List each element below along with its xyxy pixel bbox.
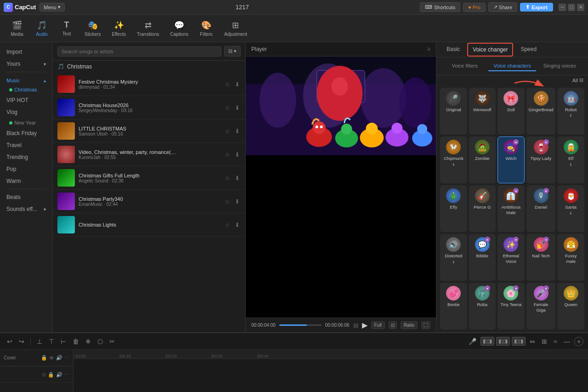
favorite-button[interactable]: ☆ bbox=[224, 197, 231, 206]
list-item[interactable]: Christmas Party340 EmanMusic · 02:44 ☆ ⬇ bbox=[53, 190, 245, 213]
screen-fit-button[interactable]: ⊡ bbox=[389, 321, 397, 329]
voice-card-tiny_teena[interactable]: 🌸Tiny Teena bbox=[498, 283, 525, 330]
download-button[interactable]: ⬇ bbox=[234, 174, 241, 182]
voice-card-elfy[interactable]: 🎄Elfy bbox=[440, 185, 467, 232]
freeze-button[interactable]: ❄ bbox=[83, 336, 93, 347]
sidebar-item-travel[interactable]: Travel bbox=[0, 139, 52, 151]
toolbar-audio[interactable]: 🎵 Audio bbox=[30, 18, 53, 39]
toolbar-transitions[interactable]: ⇄ Transitions bbox=[132, 18, 164, 39]
sidebar-item-sounds-eff[interactable]: Sounds eff... ▾ bbox=[0, 203, 52, 215]
sidebar-item-vip-hot[interactable]: VIP HOT bbox=[0, 94, 52, 106]
toolbar-filters[interactable]: 🎨 Filters bbox=[195, 18, 218, 39]
clip-ctrl-2[interactable]: ◧◨ bbox=[496, 337, 510, 346]
toolbar-adjustment[interactable]: ⊞ Adjustment bbox=[220, 18, 252, 39]
undo-button[interactable]: ↩ bbox=[5, 336, 15, 347]
audio-track-lock[interactable]: 🔒 bbox=[48, 372, 54, 378]
tab-voice-changer[interactable]: Voice changer bbox=[467, 43, 513, 57]
download-button[interactable]: ⬇ bbox=[234, 221, 241, 229]
favorite-button[interactable]: ☆ bbox=[224, 221, 231, 229]
voice-card-bibble[interactable]: 💬Bibble bbox=[469, 234, 496, 281]
voice-card-doll[interactable]: 🎀Doll bbox=[498, 88, 525, 135]
align-button[interactable]: ⇔ bbox=[527, 336, 537, 347]
list-item[interactable]: Video, Christmas, winter, party, romance… bbox=[53, 143, 245, 166]
progress-bar[interactable] bbox=[279, 324, 322, 326]
voice-card-tipsy_lady[interactable]: 🍷Tipsy Lady bbox=[526, 136, 556, 183]
voice-card-fussy_male[interactable]: 😤Fussy male bbox=[557, 234, 584, 281]
favorite-button[interactable]: ☆ bbox=[224, 174, 231, 182]
voice-card-werewolf[interactable]: 🐺Werewolf bbox=[469, 88, 496, 135]
voice-card-roba[interactable]: 🎵Roba bbox=[469, 283, 496, 330]
list-item[interactable]: Festive Christmas Mystery dimmysad · 01:… bbox=[53, 73, 245, 96]
list-item[interactable]: Christmas House2026 SergeyWednesday · 03… bbox=[53, 96, 245, 119]
list-item[interactable]: Christmas Gifts Full Length Angelic Soun… bbox=[53, 166, 245, 190]
toolbar-stickers[interactable]: 🎭 Stickers bbox=[80, 18, 106, 39]
clip-ctrl-3[interactable]: ◧◨ bbox=[512, 337, 526, 346]
download-button[interactable]: ⬇ bbox=[234, 103, 241, 112]
shortcuts-button[interactable]: ⌨ Shortcuts bbox=[420, 2, 460, 12]
voice-card-gingerbread[interactable]: 🍪GingerBread bbox=[526, 88, 556, 135]
voice-card-nail_tech[interactable]: 💅Nail Tech bbox=[526, 234, 556, 281]
sidebar-item-yours[interactable]: Yours ▾ bbox=[0, 58, 52, 70]
filter-button[interactable]: ⊟ ▾ bbox=[224, 46, 241, 57]
mic-button[interactable]: 🎤 bbox=[466, 336, 479, 347]
track-more-button[interactable]: ⋯ bbox=[64, 355, 69, 361]
sidebar-item-beats[interactable]: Beats bbox=[0, 191, 52, 203]
crop-button[interactable]: ⬡ bbox=[95, 336, 105, 347]
close-button[interactable]: ✕ bbox=[577, 4, 584, 11]
track-eye-button[interactable]: 👁 bbox=[49, 355, 54, 361]
voice-card-original[interactable]: 🎤Original bbox=[440, 88, 467, 135]
tab-voice-characters[interactable]: Voice characters bbox=[488, 61, 536, 71]
menu-button[interactable]: Menu ▾ bbox=[40, 3, 65, 11]
full-button[interactable]: Full bbox=[371, 321, 385, 329]
favorite-button[interactable]: ☆ bbox=[224, 150, 231, 159]
voice-card-ambitious_male[interactable]: 👔Ambitious Male bbox=[498, 185, 525, 232]
toolbar-media[interactable]: 🎬 Media bbox=[6, 18, 28, 39]
snapshot-button[interactable]: ✂ bbox=[107, 336, 117, 347]
tab-basic[interactable]: Basic bbox=[441, 42, 465, 57]
search-input[interactable] bbox=[57, 46, 221, 57]
sidebar-item-pop[interactable]: Pop bbox=[0, 163, 52, 175]
voice-card-pierce_g[interactable]: 🎸Pierce G bbox=[469, 185, 496, 232]
voice-card-ethereal_voice[interactable]: ✨Ethereal Voice bbox=[498, 234, 525, 281]
share-button[interactable]: ↗ Share bbox=[488, 2, 517, 12]
sidebar-sub-new-year[interactable]: New Year bbox=[0, 118, 52, 127]
voice-card-female[interactable]: 🎤Female Giga bbox=[526, 283, 556, 330]
voice-card-distorted[interactable]: 🔊Distorted⬇ bbox=[440, 234, 467, 281]
sidebar-item-black-friday[interactable]: Black Friday bbox=[0, 127, 52, 139]
voice-card-robot[interactable]: 🤖Robot⬇ bbox=[557, 88, 584, 135]
track-lock-button[interactable]: 🔒 bbox=[41, 355, 47, 361]
minimize-button[interactable]: ─ bbox=[559, 4, 566, 11]
sidebar-item-import[interactable]: Import bbox=[0, 46, 52, 58]
track-audio-button[interactable]: 🔊 bbox=[56, 355, 62, 361]
download-button[interactable]: ⬇ bbox=[234, 150, 241, 159]
favorite-button[interactable]: ☆ bbox=[224, 103, 231, 112]
ratio-button[interactable]: Ratio bbox=[401, 321, 418, 329]
export-button[interactable]: ⬆ Export bbox=[520, 3, 553, 11]
toolbar-captions[interactable]: 💬 Captions bbox=[166, 18, 193, 39]
fullscreen-button[interactable]: ⛶ bbox=[421, 321, 430, 329]
voice-card-queen[interactable]: 👑Queen bbox=[557, 283, 584, 330]
voice-card-chipmunk[interactable]: 🐿Chipmunk⬇ bbox=[440, 136, 467, 183]
all-filter-button[interactable]: All ⊟ bbox=[572, 77, 583, 83]
tab-speed[interactable]: Speed bbox=[515, 42, 542, 57]
add-track-button[interactable]: + bbox=[574, 337, 583, 346]
toolbar-text[interactable]: T Text bbox=[55, 18, 78, 38]
volume-button[interactable]: — bbox=[561, 336, 572, 347]
voice-card-witch[interactable]: 🧙Witch bbox=[498, 136, 525, 183]
download-button[interactable]: ⬇ bbox=[234, 80, 241, 89]
voice-card-zombie[interactable]: 🧟Zombie bbox=[469, 136, 496, 183]
maximize-button[interactable]: □ bbox=[568, 4, 575, 11]
voice-card-bestie[interactable]: 💕Bestie bbox=[440, 283, 467, 330]
clip-ctrl-1[interactable]: ◧◨ bbox=[481, 337, 494, 346]
voice-card-daniel[interactable]: 🎙Daniel bbox=[526, 185, 556, 232]
play-button[interactable]: ▶ bbox=[362, 321, 368, 330]
tab-singing-voices[interactable]: Singing voices bbox=[536, 61, 583, 71]
sidebar-item-vlog[interactable]: Vlog bbox=[0, 106, 52, 118]
audio-track-btn1[interactable]: ⊙ bbox=[42, 372, 46, 378]
speed-ramp-button[interactable]: ≈ bbox=[551, 336, 560, 347]
subtitle-button[interactable]: ⊞ bbox=[539, 336, 549, 347]
sidebar-sub-christmas[interactable]: Christmas bbox=[0, 85, 52, 94]
sidebar-item-trending[interactable]: Trending bbox=[0, 151, 52, 163]
audio-track-vol[interactable]: 🔊 bbox=[56, 372, 62, 378]
pro-button[interactable]: ♥ Pro bbox=[463, 3, 486, 12]
